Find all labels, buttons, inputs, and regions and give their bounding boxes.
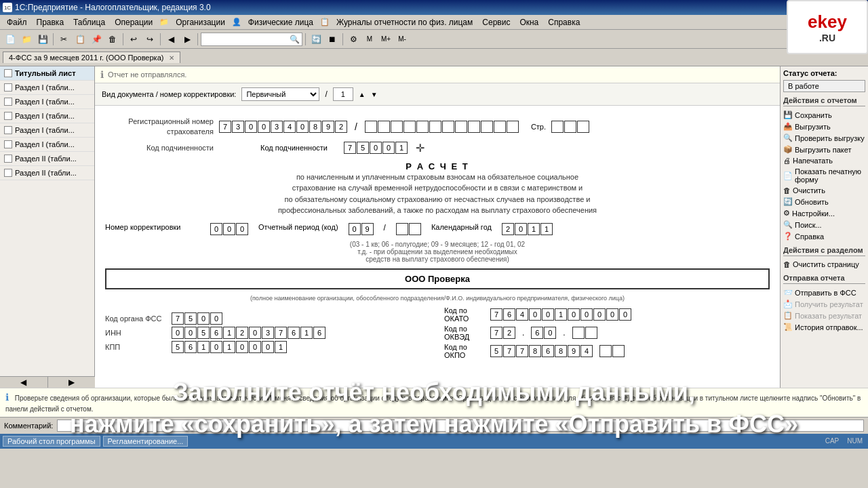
- inn-box-10[interactable]: 1: [300, 327, 313, 339]
- rn-box-9[interactable]: 2: [335, 121, 347, 133]
- kpp-box-8[interactable]: 1: [275, 341, 287, 353]
- inn-box-7[interactable]: 3: [262, 327, 274, 339]
- rn-box-2[interactable]: 0: [245, 121, 257, 133]
- okved-box-4[interactable]: [572, 327, 585, 339]
- action-send-fss[interactable]: 📨 Отправить в ФСС: [783, 287, 865, 298]
- toolbar-save[interactable]: 💾: [35, 32, 50, 47]
- rn-box-1[interactable]: 3: [232, 121, 244, 133]
- rn2-box-2[interactable]: [391, 121, 403, 133]
- toolbar-delete[interactable]: 🗑: [105, 32, 120, 47]
- inn-box-0[interactable]: 0: [172, 327, 184, 339]
- toolbar-refresh[interactable]: 🔄: [309, 32, 323, 47]
- okved-box-0[interactable]: 7: [490, 327, 502, 339]
- sidebar-item-section2b[interactable]: Раздел II (табли...: [0, 166, 94, 180]
- rn2-box-10[interactable]: [494, 121, 506, 133]
- rn2-box-8[interactable]: [468, 121, 480, 133]
- inn-box-9[interactable]: 6: [288, 327, 300, 339]
- menu-table[interactable]: Таблица: [69, 16, 109, 28]
- rn2-box-5[interactable]: [429, 121, 441, 133]
- sidebar-item-section1e[interactable]: Раздел I (табли...: [0, 138, 94, 152]
- page-spin-down[interactable]: ▼: [371, 91, 378, 98]
- okpo-box-3[interactable]: 8: [529, 345, 541, 357]
- rn-box-8[interactable]: 9: [322, 121, 334, 133]
- kpp-box-5[interactable]: 0: [236, 341, 248, 353]
- year-box-0[interactable]: 2: [502, 223, 514, 235]
- menu-help[interactable]: Справка: [544, 16, 584, 28]
- okato-box-3[interactable]: 0: [529, 308, 541, 321]
- rn-box-6[interactable]: 0: [296, 121, 309, 133]
- kpp-box-4[interactable]: 1: [223, 341, 235, 353]
- rn2-box-9[interactable]: [481, 121, 493, 133]
- action-help[interactable]: ❓ Справка: [783, 230, 865, 242]
- sidebar-item-section2a[interactable]: Раздел II (табли...: [0, 152, 94, 166]
- sidebar-item-title-page[interactable]: Титульный лист: [0, 66, 94, 81]
- taskbar-item-desktop[interactable]: Рабочий стол программы: [3, 436, 100, 447]
- toolbar-copy[interactable]: 📋: [73, 32, 87, 47]
- rn-box-0[interactable]: 7: [219, 121, 231, 133]
- year-box-2[interactable]: 1: [528, 223, 540, 235]
- rn-box-4[interactable]: 3: [271, 121, 283, 133]
- toolbar-stop[interactable]: ⏹: [325, 32, 340, 47]
- year-box-3[interactable]: 1: [540, 223, 553, 235]
- rn2-box-4[interactable]: [416, 121, 429, 133]
- sidebar-item-section1c[interactable]: Раздел I (табли...: [0, 109, 94, 123]
- toolbar-open[interactable]: 📁: [19, 32, 34, 47]
- sub-box-2[interactable]: 0: [370, 142, 382, 154]
- str-box-0[interactable]: [551, 121, 564, 133]
- okpo-box-0[interactable]: 5: [490, 345, 502, 357]
- okpo-box-2[interactable]: 7: [516, 345, 528, 357]
- action-clear-page[interactable]: 🗑 Очистить страницу: [783, 259, 865, 270]
- rn2-box-3[interactable]: [403, 121, 416, 133]
- rn-box-3[interactable]: 0: [258, 121, 270, 133]
- rn2-box-11[interactable]: [507, 121, 519, 133]
- okato-box-10[interactable]: 0: [619, 308, 631, 321]
- menu-operations[interactable]: Операции: [111, 16, 157, 28]
- action-export[interactable]: 📤 Выгрузить: [783, 121, 865, 132]
- inn-box-4[interactable]: 1: [223, 327, 235, 339]
- corr-box-0[interactable]: 0: [210, 223, 222, 235]
- okpo-box-5[interactable]: 8: [555, 345, 567, 357]
- document-tab[interactable]: 4-ФСС за 9 месяцев 2011 г. (ООО Проверка…: [3, 52, 180, 63]
- fss-box-1[interactable]: 5: [184, 312, 197, 325]
- rn-box-7[interactable]: 8: [309, 121, 321, 133]
- page-number-input[interactable]: [333, 87, 353, 101]
- kpp-box-2[interactable]: 1: [197, 341, 210, 353]
- sub-box-3[interactable]: 0: [382, 142, 395, 154]
- inn-box-6[interactable]: 0: [249, 327, 261, 339]
- sidebar-item-section1b[interactable]: Раздел I (табли...: [0, 95, 94, 109]
- menu-journals[interactable]: Журналы отчетности по физ. лицам: [332, 16, 477, 28]
- toolbar-m[interactable]: M: [362, 32, 377, 47]
- okato-box-2[interactable]: 4: [516, 308, 528, 321]
- kpp-box-1[interactable]: 6: [184, 341, 197, 353]
- action-history[interactable]: 📜 История отправок...: [783, 321, 865, 333]
- action-export-pack[interactable]: 📦 Выгрузить пакет: [783, 144, 865, 155]
- rn2-box-1[interactable]: [378, 121, 390, 133]
- menu-file[interactable]: Файл: [3, 16, 31, 28]
- rn2-box-7[interactable]: [455, 121, 467, 133]
- toolbar-undo[interactable]: ↩: [126, 32, 141, 47]
- fss-box-0[interactable]: 7: [172, 312, 184, 325]
- page-spin-up[interactable]: ▲: [359, 91, 366, 98]
- menu-physical[interactable]: Физические лица: [244, 16, 317, 28]
- action-check-export[interactable]: 🔍 Проверить выгрузку: [783, 132, 865, 144]
- inn-box-8[interactable]: 7: [275, 327, 287, 339]
- toolbar-m-minus[interactable]: M-: [395, 32, 410, 47]
- pe-box-0[interactable]: [396, 223, 408, 235]
- okpo-box-4[interactable]: 6: [542, 345, 554, 357]
- okato-box-5[interactable]: 1: [555, 308, 567, 321]
- taskbar-item-reglament[interactable]: Регламентирование...: [103, 436, 189, 447]
- action-search[interactable]: 🔍 Поиск...: [783, 219, 865, 230]
- toolbar-back[interactable]: ◀: [163, 32, 178, 47]
- action-show-print[interactable]: 📄 Показать печатную форму: [783, 166, 865, 185]
- okato-box-7[interactable]: 0: [580, 308, 593, 321]
- okpo-box-6[interactable]: 9: [568, 345, 580, 357]
- rn2-box-0[interactable]: [365, 121, 377, 133]
- toolbar-paste[interactable]: 📌: [89, 32, 104, 47]
- kpp-box-3[interactable]: 0: [210, 341, 222, 353]
- menu-windows[interactable]: Окна: [515, 16, 542, 28]
- search-input[interactable]: [201, 35, 290, 43]
- menu-edit[interactable]: Правка: [33, 16, 68, 28]
- toolbar-cut[interactable]: ✂: [56, 32, 71, 47]
- period-box-0[interactable]: 0: [349, 223, 361, 235]
- fss-box-2[interactable]: 0: [197, 312, 210, 325]
